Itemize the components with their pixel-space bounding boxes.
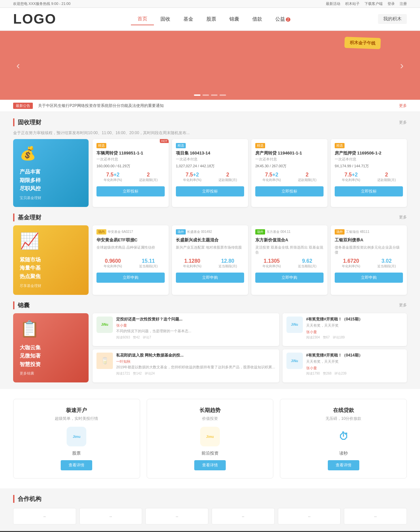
jinang-content-1: #有奖竞猜#开奖啦！（0415期） 天天有奖，天天开奖 张小量 阅读2304 赞… xyxy=(306,317,403,340)
partners-section: 合作机构 -- -- -- -- -- -- xyxy=(13,495,407,524)
partner-1: -- xyxy=(79,508,142,524)
fi-card-sub-0: 一次还本付息 xyxy=(96,157,165,162)
fixed-income-more[interactable]: 更多 xyxy=(399,120,407,125)
fund-btn-3[interactable]: 立即申购 xyxy=(335,273,403,283)
service-title-2: 在线贷款 xyxy=(288,407,399,414)
announcement-text: 关于中区民生银行P2P网络投资存管系统部分分功能及法使用的重要通知 xyxy=(38,103,394,109)
service-btn-0[interactable]: 查看详情 xyxy=(61,460,92,470)
fi-banner-text: 产品丰富 期限多样 尽职风控 xyxy=(20,168,82,193)
nav-login[interactable]: 登录 xyxy=(388,2,395,6)
service-sub-2: 无压碍，10分价放款 xyxy=(288,416,399,421)
jinang-section: 锦囊 更多 📋 大咖云集 见微知著 智慧投资 更多锦囊 JiNu 定投好还是一次… xyxy=(13,301,407,383)
my-account-btn[interactable]: 我的积木 xyxy=(378,14,407,24)
nav-register[interactable]: 注册 xyxy=(400,2,407,6)
fi-card-2: 精选 房产周转贷 1194601-1-1 一次还本付息 2K45.30 / 26… xyxy=(251,139,327,207)
fund-stat-period-3: 3.02 近当期段(月) xyxy=(370,258,403,269)
fi-stat-period-2: 2 还款期限(月) xyxy=(291,172,324,182)
logo[interactable]: LOGO xyxy=(13,11,56,27)
fi-stat-rate-1: 7.5+2 年化利率(%) xyxy=(176,172,209,182)
jinang-more[interactable]: 更多 xyxy=(399,302,407,308)
banner-dot-1[interactable] xyxy=(194,94,200,96)
fund-btn-2[interactable]: 立即申购 xyxy=(255,273,324,283)
fund-banner-text: 紧随市场 海量牛基 热点聚焦 xyxy=(20,256,82,281)
fund-tag-0: 场内 xyxy=(96,229,106,235)
fund-name-2: 东方新价值混合A xyxy=(255,237,324,243)
service-btn-1[interactable]: 查看详情 xyxy=(194,460,226,470)
service-name-1: 前沿投资 xyxy=(155,450,265,456)
jinang-thumb-2: 🥛 xyxy=(96,353,113,369)
fund-btn-0[interactable]: 立即申购 xyxy=(96,273,165,283)
nav-download[interactable]: 下载客户端 xyxy=(365,2,383,6)
service-logo-2: ⏱ xyxy=(334,427,353,446)
nav-points[interactable]: 积木站子 xyxy=(345,2,360,6)
fi-card-tag-1: 精选 xyxy=(176,143,186,148)
partner-5: -- xyxy=(344,508,407,524)
fi-card-sub-1: 一次还本付息 xyxy=(176,157,244,162)
fund-banner-link[interactable]: 尽享基金理财 xyxy=(20,283,82,288)
nav-fixed[interactable]: 固收 xyxy=(154,13,177,25)
partner-4: -- xyxy=(278,508,341,524)
fund-grid: 📈 紧随市场 海量牛基 热点聚焦 尽享基金理财 场内华安基金 6A0217 华安… xyxy=(13,225,407,295)
jinang-article-3[interactable]: JiNu #有奖竞猜#开奖啦！（0414期） 天天有奖，天天开奖 张小量 阅读1… xyxy=(283,349,407,382)
fixed-income-section: 固收理财 更多 金于正在努力审核续程，预计结算发布时间10:00、11:00、1… xyxy=(13,118,407,207)
fi-card-0: HOT 精选 车辆周转贷 1189851-1-1 一次还本付息 160,000.… xyxy=(93,139,169,207)
jinang-article-1[interactable]: JiNu #有奖竞猜#开奖啦！（0415期） 天天有奖，天天开奖 张小量 阅读2… xyxy=(283,313,407,346)
fund-stat-rate-1: 1.1280 年化利率(%) xyxy=(176,258,209,269)
nav-charity[interactable]: 公益2 xyxy=(269,13,297,25)
fixed-income-grid: 💰 产品丰富 期限多样 尽职风控 宝贝基金理财 HOT 精选 车辆周转贷 118… xyxy=(13,139,407,207)
service-name-0: 股票 xyxy=(21,450,132,456)
nav-stock[interactable]: 股票 xyxy=(200,13,223,25)
fund-more[interactable]: 更多 xyxy=(399,215,407,220)
fixed-income-sub: 金于正在努力审核续程，预计结算发布时间10:00、11:00、16:00、20:… xyxy=(13,130,407,136)
partner-3: -- xyxy=(212,508,275,524)
banner-dots xyxy=(194,94,226,96)
banner: ‹ › 积木金子午线 xyxy=(0,31,420,100)
jinang-article-0[interactable]: JiNu 定投好还是一次性投资好？这个问题... 张小量 不同的情况下的问题，当… xyxy=(93,313,279,346)
fund-stat-period-2: 9.62 近当期段(月) xyxy=(291,258,324,269)
fi-card-amount-3: 9X,174.99 / 144.71万 xyxy=(335,164,403,169)
fund-card-1: 场外长盛基金 001492 长盛新兴成长主题混合 新兴产业五连配置 地对准股票市… xyxy=(172,225,248,295)
banner-next-arrow[interactable]: › xyxy=(400,59,404,72)
fund-stat-rate-2: 1.1305 年化利率(%) xyxy=(255,258,288,269)
nav-loan[interactable]: 借款 xyxy=(246,13,269,25)
fund-stat-period-1: 12.80 近当期段(月) xyxy=(211,258,244,269)
fi-card-title-0: 车辆周转贷 1189851-1-1 xyxy=(96,150,165,156)
partners-grid: -- -- -- -- -- -- xyxy=(13,508,407,524)
fi-stat-period-0: 2 还款期限(月) xyxy=(132,172,165,182)
banner-dot-3[interactable] xyxy=(211,94,218,96)
announcement-bar: 最新公告 关于中区民生银行P2P网络投资存管系统部分分功能及法使用的重要通知 更… xyxy=(0,100,420,112)
service-2: 在线贷款 无压碍，10分价放款 ⏱ 读秒 查看详情 xyxy=(280,399,407,479)
fi-btn-1[interactable]: 立即投标 xyxy=(176,186,244,196)
service-btn-2[interactable]: 查看详情 xyxy=(328,460,359,470)
fund-desc-1: 新兴产业五连配置 地对准股票市场传统股 xyxy=(176,245,244,255)
fi-card-title-1: 项目集 160413-14 xyxy=(176,150,244,156)
announcement-more[interactable]: 更多 xyxy=(399,103,407,109)
jinang-article-2[interactable]: 🥛 私花郎奶送入股 网轮大数据基金的投... 一叶知秋 2019年都是以数据的大… xyxy=(93,349,279,382)
jinang-banner-link[interactable]: 更多锦囊 xyxy=(20,371,82,376)
top-bar-right: 最新活动 积木站子 下载客户端 登录 注册 xyxy=(322,1,407,6)
fund-tag-3: 场外 xyxy=(335,229,345,235)
fund-stat-period-0: 15.11 近当期段(月) xyxy=(132,258,165,269)
fi-stat-period-1: 2 还款期限(月) xyxy=(211,172,244,182)
fi-btn-2[interactable]: 立即投标 xyxy=(255,186,324,196)
fund-card-0: 场内华安基金 6A0217 华安黄金易ETF联接C 全球超级供求商品 品种保证属… xyxy=(93,225,169,295)
jinang-content-3: #有奖竞猜#开奖啦！（0414期） 天天有奖，天天开奖 张小量 阅读1790 赞… xyxy=(306,353,403,376)
fund-card-3: 场外工银瑞信 4B111 工银双利债券A 债务基金股票投资比例多元化企业及分级债… xyxy=(331,225,407,295)
fi-btn-3[interactable]: 立即投标 xyxy=(335,186,403,196)
service-name-2: 读秒 xyxy=(288,450,399,456)
jinang-thumb-0: JiNu xyxy=(96,317,113,333)
banner-prev-arrow[interactable]: ‹ xyxy=(16,59,20,72)
charity-badge: 2 xyxy=(286,17,290,22)
fi-btn-0[interactable]: 立即投标 xyxy=(96,186,165,196)
banner-card: 积木金子午线 xyxy=(344,37,381,49)
nav-fund[interactable]: 基金 xyxy=(177,13,200,25)
fi-banner-link[interactable]: 宝贝基金理财 xyxy=(20,195,82,200)
fund-btn-1[interactable]: 立即申购 xyxy=(176,273,244,283)
nav-latest-activity[interactable]: 最新活动 xyxy=(326,2,340,6)
nav-home[interactable]: 首页 xyxy=(131,13,154,25)
fi-cards: HOT 精选 车辆周转贷 1189851-1-1 一次还本付息 160,000.… xyxy=(93,139,407,207)
nav-jinang[interactable]: 锦囊 xyxy=(223,13,246,25)
banner-dot-2[interactable] xyxy=(202,94,209,96)
service-sub-0: 超级简单，实时美投行情 xyxy=(21,416,132,421)
banner-dot-4[interactable] xyxy=(220,94,226,96)
